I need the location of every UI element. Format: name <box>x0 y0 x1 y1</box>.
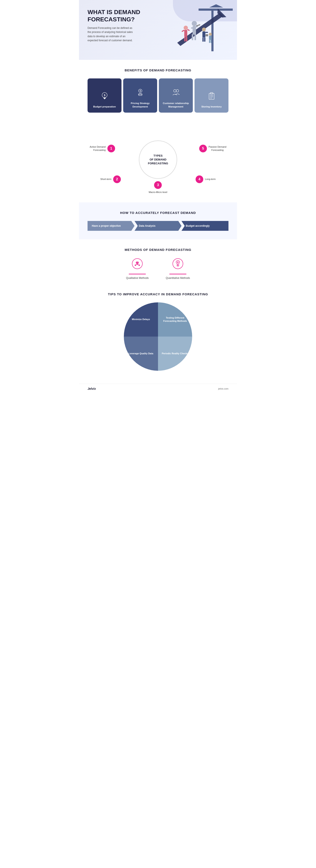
quantitative-label: Quantitative Methods <box>166 277 190 279</box>
svg-point-4 <box>192 21 197 26</box>
types-center-circle: TYPESOF DEMANDFORECASTING <box>139 141 177 179</box>
crm-icon <box>172 88 180 98</box>
tip-label-testing: Testing Different Forecasting Methods <box>161 316 189 323</box>
tip-label-minimize: Minimize Delays <box>132 318 150 321</box>
hero-illustration <box>160 4 233 56</box>
tips-title: TIPS TO IMPROVE ACCURACY IN DEMAND FOREC… <box>87 292 229 296</box>
svg-marker-2 <box>177 13 223 46</box>
svg-rect-6 <box>191 27 194 29</box>
type-item-4: 4 Long-term <box>196 176 216 183</box>
type-badge-5: 5 <box>199 145 207 152</box>
type-label-1: Active DemandForecasting <box>90 145 106 152</box>
forecast-section: HOW TO ACCURATELY FORECAST DEMAND Have a… <box>79 203 237 239</box>
tip-label-reality: Periodic Reality Checks <box>162 352 188 355</box>
tip-minimize-delays: Minimize Delays <box>124 302 158 337</box>
forecast-step-1-label: Have a proper objective <box>92 224 120 227</box>
benefit-label-budget: Budget preparation <box>93 105 116 108</box>
svg-text:$: $ <box>104 94 105 97</box>
header-section: WHAT IS DEMAND FORECASTING? Demand Forec… <box>79 0 237 60</box>
forecast-step-1: Have a proper objective <box>87 221 135 231</box>
type-badge-3: 3 <box>154 181 162 189</box>
methods-section: METHODS OF DEMAND FORECASTING Qualitativ… <box>79 239 237 288</box>
qualitative-icon <box>132 258 143 272</box>
pie-container: Minimize Delays Testing Different Foreca… <box>87 302 229 371</box>
benefit-card-pricing: $ Pricing Strategy Development <box>123 79 157 113</box>
type-item-1: Active DemandForecasting 1 <box>90 145 115 152</box>
svg-rect-9 <box>192 34 193 40</box>
types-section: Active DemandForecasting 1 Short-term 2 … <box>79 121 237 203</box>
method-quantitative: Quantitative Methods <box>166 258 190 279</box>
type-item-5: 5 Passive DemandForecasting <box>199 145 226 152</box>
methods-title: METHODS OF DEMAND FORECASTING <box>87 248 229 251</box>
inventory-icon <box>207 92 216 102</box>
svg-marker-1 <box>209 4 223 7</box>
svg-rect-26 <box>211 40 212 43</box>
types-diagram: Active DemandForecasting 1 Short-term 2 … <box>87 125 229 194</box>
svg-rect-18 <box>202 31 205 37</box>
type-badge-4: 4 <box>196 176 203 183</box>
benefits-section: BENEFITS OF DEMAND FORECASTING $ Budget … <box>79 60 237 121</box>
svg-point-42 <box>135 265 136 266</box>
svg-point-43 <box>139 265 140 266</box>
tips-section: TIPS TO IMPROVE ACCURACY IN DEMAND FOREC… <box>79 288 237 383</box>
benefit-card-crm: Customer relationship Management <box>159 79 193 113</box>
qualitative-label: Qualitative Methods <box>126 277 149 279</box>
pricing-icon: $ <box>136 88 145 98</box>
benefits-title: BENEFITS OF DEMAND FORECASTING <box>87 68 229 72</box>
tip-leverage-data: Leverage Quality Data <box>124 337 158 371</box>
svg-rect-13 <box>181 30 185 32</box>
benefit-label-crm: Customer relationship Management <box>162 101 189 108</box>
forecast-step-3-label: Budget accordingly <box>186 224 210 227</box>
svg-rect-30 <box>104 98 105 99</box>
tip-testing-methods: Testing Different Forecasting Methods <box>158 302 192 337</box>
svg-point-17 <box>202 28 206 31</box>
footer: Jelvix jelvix.com <box>79 383 237 394</box>
svg-rect-25 <box>209 40 210 43</box>
svg-rect-21 <box>204 37 205 42</box>
svg-point-46 <box>177 261 178 263</box>
forecast-title: HOW TO ACCURATELY FORECAST DEMAND <box>87 211 229 215</box>
benefit-label-inventory: Storing Inventory <box>201 105 222 108</box>
svg-rect-16 <box>186 37 187 41</box>
quantitative-icon <box>172 258 184 272</box>
pie-chart: Minimize Delays Testing Different Foreca… <box>124 302 192 371</box>
svg-text:$: $ <box>140 90 141 92</box>
svg-rect-10 <box>195 34 196 40</box>
type-label-4: Long-term <box>205 178 216 181</box>
svg-rect-24 <box>209 36 212 40</box>
svg-rect-15 <box>184 37 185 41</box>
benefits-grid: $ Budget preparation $ Pricing Strategy … <box>87 79 229 113</box>
type-badge-2: 2 <box>113 176 121 183</box>
quantitative-line <box>169 274 186 274</box>
benefit-card-budget: $ Budget preparation <box>87 79 121 113</box>
methods-grid: Qualitative Methods Quantitative Methods <box>87 258 229 279</box>
budget-icon: $ <box>100 92 109 102</box>
type-badge-1: 1 <box>107 145 115 152</box>
footer-logo: Jelvix <box>87 387 96 391</box>
forecast-steps: Have a proper objective Data Analysis Bu… <box>87 221 229 231</box>
svg-point-34 <box>174 90 176 92</box>
forecast-step-2: Data Analysis <box>135 221 181 231</box>
tip-reality-checks: Periodic Reality Checks <box>158 337 192 371</box>
benefit-label-pricing: Pricing Strategy Development <box>127 101 154 108</box>
type-label-3: Macro-Micro level <box>149 191 167 194</box>
type-label-2: Short-term <box>100 178 111 181</box>
header-description: Demand Forecasting can be defined as the… <box>87 26 135 42</box>
svg-rect-14 <box>187 29 190 31</box>
benefit-card-inventory: Storing Inventory <box>195 79 229 113</box>
forecast-step-2-label: Data Analysis <box>139 224 155 227</box>
forecast-step-3: Budget accordingly <box>181 221 229 231</box>
type-item-3: 3 Macro-Micro level <box>149 181 167 194</box>
type-label-5: Passive DemandForecasting <box>209 145 226 152</box>
svg-rect-22 <box>206 34 208 36</box>
svg-rect-33 <box>139 94 142 95</box>
svg-rect-19 <box>205 32 208 33</box>
footer-url: jelvix.com <box>218 388 229 390</box>
svg-rect-12 <box>184 30 187 37</box>
svg-point-23 <box>209 33 212 36</box>
types-center-text: TYPESOF DEMANDFORECASTING <box>148 154 168 165</box>
svg-rect-29 <box>104 98 106 98</box>
svg-point-11 <box>184 26 188 30</box>
method-qualitative: Qualitative Methods <box>126 258 149 279</box>
svg-rect-20 <box>202 37 204 42</box>
